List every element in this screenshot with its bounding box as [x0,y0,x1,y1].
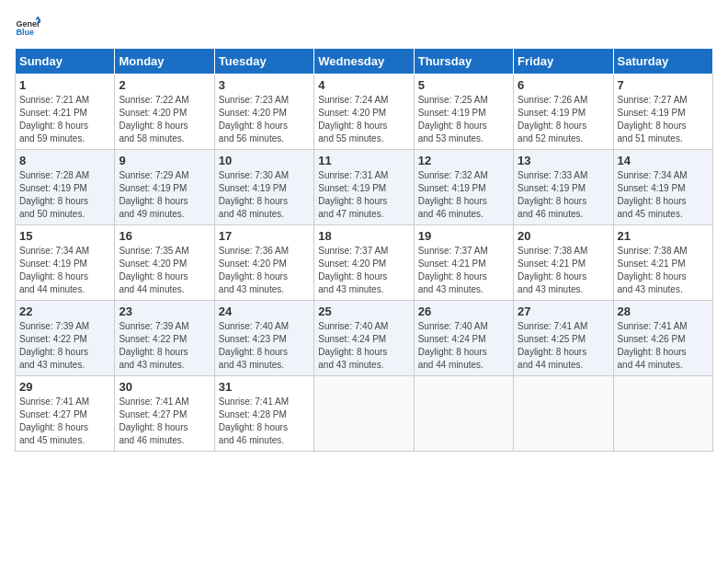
day-number: 2 [119,78,210,92]
calendar-cell: 30Sunrise: 7:41 AM Sunset: 4:27 PM Dayli… [115,376,214,452]
calendar-table: SundayMondayTuesdayWednesdayThursdayFrid… [15,48,713,452]
svg-marker-2 [35,16,40,19]
calendar-cell [414,376,513,452]
day-number: 29 [19,380,110,394]
day-number: 25 [318,304,409,318]
day-number: 26 [418,304,509,318]
calendar-cell: 24Sunrise: 7:40 AM Sunset: 4:23 PM Dayli… [214,301,313,376]
day-info: Sunrise: 7:34 AM Sunset: 4:19 PM Dayligh… [19,245,110,296]
day-number: 7 [618,78,709,92]
calendar-cell: 4Sunrise: 7:24 AM Sunset: 4:20 PM Daylig… [314,75,414,150]
day-number: 22 [19,304,110,318]
day-number: 27 [518,304,609,318]
day-info: Sunrise: 7:21 AM Sunset: 4:21 PM Dayligh… [19,94,110,145]
day-info: Sunrise: 7:36 AM Sunset: 4:20 PM Dayligh… [219,245,310,296]
day-number: 20 [518,229,609,243]
day-info: Sunrise: 7:26 AM Sunset: 4:19 PM Dayligh… [518,94,609,145]
logo: General Blue [15,15,40,40]
calendar-cell: 2Sunrise: 7:22 AM Sunset: 4:20 PM Daylig… [115,75,214,150]
day-header-saturday: Saturday [613,49,712,75]
day-info: Sunrise: 7:31 AM Sunset: 4:19 PM Dayligh… [318,169,409,221]
day-number: 13 [518,154,609,167]
day-info: Sunrise: 7:41 AM Sunset: 4:28 PM Dayligh… [219,396,310,447]
day-number: 18 [318,229,409,243]
calendar-cell: 19Sunrise: 7:37 AM Sunset: 4:21 PM Dayli… [414,225,513,301]
day-info: Sunrise: 7:25 AM Sunset: 4:19 PM Dayligh… [418,94,509,145]
day-number: 23 [119,304,210,318]
calendar-cell: 10Sunrise: 7:30 AM Sunset: 4:19 PM Dayli… [214,150,313,225]
logo-icon: General Blue [15,15,40,40]
day-header-thursday: Thursday [414,49,513,75]
calendar-week-row: 15Sunrise: 7:34 AM Sunset: 4:19 PM Dayli… [16,225,713,301]
calendar-cell: 29Sunrise: 7:41 AM Sunset: 4:27 PM Dayli… [16,376,115,452]
day-info: Sunrise: 7:37 AM Sunset: 4:20 PM Dayligh… [318,245,409,296]
calendar-cell: 5Sunrise: 7:25 AM Sunset: 4:19 PM Daylig… [414,75,513,150]
day-number: 5 [418,78,509,92]
calendar-week-row: 8Sunrise: 7:28 AM Sunset: 4:19 PM Daylig… [16,150,713,225]
calendar-cell: 8Sunrise: 7:28 AM Sunset: 4:19 PM Daylig… [16,150,115,225]
day-number: 8 [19,154,110,167]
calendar-cell: 13Sunrise: 7:33 AM Sunset: 4:19 PM Dayli… [514,150,613,225]
day-info: Sunrise: 7:41 AM Sunset: 4:26 PM Dayligh… [618,320,709,372]
calendar-cell: 11Sunrise: 7:31 AM Sunset: 4:19 PM Dayli… [314,150,414,225]
day-info: Sunrise: 7:34 AM Sunset: 4:19 PM Dayligh… [618,169,709,221]
calendar-cell: 31Sunrise: 7:41 AM Sunset: 4:28 PM Dayli… [214,376,313,452]
day-info: Sunrise: 7:38 AM Sunset: 4:21 PM Dayligh… [518,245,609,296]
calendar-cell: 20Sunrise: 7:38 AM Sunset: 4:21 PM Dayli… [514,225,613,301]
calendar-cell: 7Sunrise: 7:27 AM Sunset: 4:19 PM Daylig… [613,75,712,150]
calendar-cell: 23Sunrise: 7:39 AM Sunset: 4:22 PM Dayli… [115,301,214,376]
calendar-cell: 22Sunrise: 7:39 AM Sunset: 4:22 PM Dayli… [16,301,115,376]
calendar-cell: 28Sunrise: 7:41 AM Sunset: 4:26 PM Dayli… [613,301,712,376]
header: General Blue [15,15,713,40]
day-info: Sunrise: 7:39 AM Sunset: 4:22 PM Dayligh… [119,320,210,372]
calendar-week-row: 22Sunrise: 7:39 AM Sunset: 4:22 PM Dayli… [16,301,713,376]
calendar-week-row: 1Sunrise: 7:21 AM Sunset: 4:21 PM Daylig… [16,75,713,150]
svg-text:General: General [16,19,40,29]
day-info: Sunrise: 7:40 AM Sunset: 4:24 PM Dayligh… [318,320,409,372]
day-number: 4 [318,78,409,92]
calendar-cell: 14Sunrise: 7:34 AM Sunset: 4:19 PM Dayli… [613,150,712,225]
day-info: Sunrise: 7:37 AM Sunset: 4:21 PM Dayligh… [418,245,509,296]
day-number: 11 [318,154,409,167]
calendar-cell: 16Sunrise: 7:35 AM Sunset: 4:20 PM Dayli… [115,225,214,301]
calendar-cell: 25Sunrise: 7:40 AM Sunset: 4:24 PM Dayli… [314,301,414,376]
calendar-cell: 1Sunrise: 7:21 AM Sunset: 4:21 PM Daylig… [16,75,115,150]
day-info: Sunrise: 7:41 AM Sunset: 4:27 PM Dayligh… [19,396,110,447]
day-number: 12 [418,154,509,167]
calendar-cell: 27Sunrise: 7:41 AM Sunset: 4:25 PM Dayli… [514,301,613,376]
day-number: 14 [618,154,709,167]
calendar-cell: 6Sunrise: 7:26 AM Sunset: 4:19 PM Daylig… [514,75,613,150]
day-info: Sunrise: 7:29 AM Sunset: 4:19 PM Dayligh… [119,169,210,221]
day-number: 15 [19,229,110,243]
day-number: 30 [119,380,210,394]
calendar-cell: 3Sunrise: 7:23 AM Sunset: 4:20 PM Daylig… [214,75,313,150]
day-header-monday: Monday [115,49,214,75]
calendar-cell: 9Sunrise: 7:29 AM Sunset: 4:19 PM Daylig… [115,150,214,225]
day-info: Sunrise: 7:30 AM Sunset: 4:19 PM Dayligh… [219,169,310,221]
day-info: Sunrise: 7:33 AM Sunset: 4:19 PM Dayligh… [518,169,609,221]
calendar-cell [514,376,613,452]
day-number: 28 [618,304,709,318]
day-info: Sunrise: 7:39 AM Sunset: 4:22 PM Dayligh… [19,320,110,372]
day-info: Sunrise: 7:40 AM Sunset: 4:24 PM Dayligh… [418,320,509,372]
day-info: Sunrise: 7:28 AM Sunset: 4:19 PM Dayligh… [19,169,110,221]
day-number: 3 [219,78,310,92]
day-header-sunday: Sunday [16,49,115,75]
calendar-header-row: SundayMondayTuesdayWednesdayThursdayFrid… [16,49,713,75]
day-info: Sunrise: 7:24 AM Sunset: 4:20 PM Dayligh… [318,94,409,145]
calendar-cell [314,376,414,452]
calendar-cell: 18Sunrise: 7:37 AM Sunset: 4:20 PM Dayli… [314,225,414,301]
day-header-wednesday: Wednesday [314,49,414,75]
day-info: Sunrise: 7:41 AM Sunset: 4:27 PM Dayligh… [119,396,210,447]
day-number: 31 [219,380,310,394]
calendar-cell: 26Sunrise: 7:40 AM Sunset: 4:24 PM Dayli… [414,301,513,376]
day-number: 24 [219,304,310,318]
day-number: 9 [119,154,210,167]
calendar-cell [613,376,712,452]
day-number: 21 [618,229,709,243]
day-number: 1 [19,78,110,92]
day-info: Sunrise: 7:32 AM Sunset: 4:19 PM Dayligh… [418,169,509,221]
day-number: 19 [418,229,509,243]
calendar-cell: 12Sunrise: 7:32 AM Sunset: 4:19 PM Dayli… [414,150,513,225]
calendar-cell: 21Sunrise: 7:38 AM Sunset: 4:21 PM Dayli… [613,225,712,301]
